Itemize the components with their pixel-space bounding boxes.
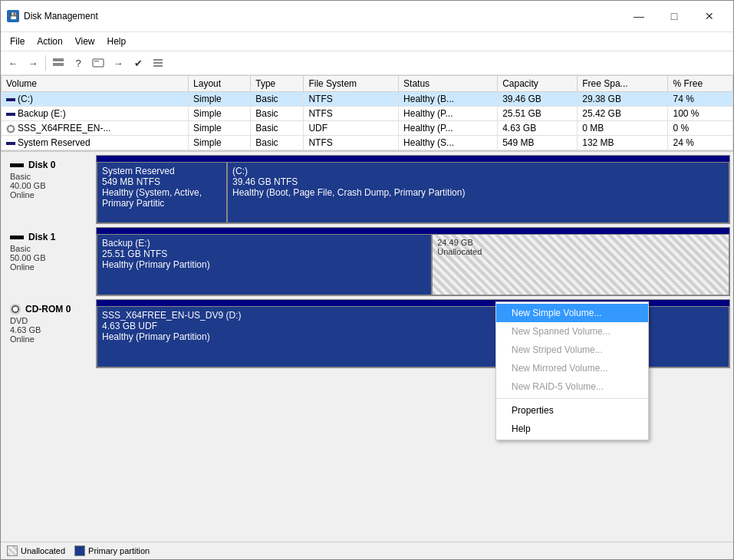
disk-0-partitions: System Reserved 549 MB NTFS Healthy (Sys… [96,155,730,224]
cell-pct: 24 % [668,136,733,150]
ctx-new-striped-volume[interactable]: New Striped Volume... [496,341,648,359]
maximize-button[interactable]: □ [657,5,692,27]
toolbar: ← → ? → ✔ [1,51,733,75]
ctx-new-mirrored-volume[interactable]: New Mirrored Volume... [496,359,648,377]
table-row[interactable]: Backup (E:) Simple Basic NTFS Healthy (P… [2,107,733,121]
disk-1-parts-row: Backup (E:) 25.51 GB NTFS Healthy (Prima… [97,234,729,295]
disk-0-row: Disk 0 Basic 40.00 GB Online System Rese… [4,155,730,224]
cell-capacity: 4.63 GB [498,121,578,136]
table-row[interactable]: SSS_X64FREE_EN-... Simple Basic UDF Heal… [2,121,733,136]
disk-0-type: Basic [10,172,90,181]
cell-free: 0 MB [578,121,668,136]
cell-status: Healthy (B... [399,92,498,107]
disk-1-type: Basic [10,244,90,253]
cell-layout: Simple [189,121,251,136]
cell-status: Healthy (P... [399,121,498,136]
menu-help[interactable]: Help [101,34,133,49]
toolbar-disk[interactable] [89,54,107,72]
cell-type: Basic [251,92,304,107]
legend-unallocated: Unallocated [7,545,65,556]
disk-map[interactable]: Disk 0 Basic 40.00 GB Online System Rese… [1,152,733,542]
title-bar-left: 💾 Disk Management [7,10,98,22]
backup-partition[interactable]: Backup (E:) 25.51 GB NTFS Healthy (Prima… [97,234,432,295]
cell-free: 132 MB [578,136,668,150]
ctx-new-raid5-volume[interactable]: New RAID-5 Volume... [496,377,648,396]
toolbar-help[interactable]: ? [69,54,87,72]
disk-table: Volume Layout Type File System Status Ca… [1,75,733,150]
partition-name: Backup (E:) [102,238,426,249]
system-reserved-partition[interactable]: System Reserved 549 MB NTFS Healthy (Sys… [97,162,227,223]
svg-rect-0 [53,58,64,61]
cell-layout: Simple [189,107,251,121]
disk-0-status: Online [10,190,90,199]
window-title: Disk Management [24,11,98,21]
col-type: Type [251,76,304,92]
disk-1-name: Disk 1 [28,232,55,242]
legend: Unallocated Primary partition [1,542,733,559]
cell-fs: NTFS [304,92,399,107]
menu-bar: File Action View Help [1,32,733,51]
toolbar-back[interactable]: ← [4,54,22,72]
toolbar-list[interactable] [149,54,167,72]
cell-volume: (C:) [2,92,189,107]
col-layout: Layout [189,76,251,92]
ctx-properties[interactable]: Properties [496,401,648,420]
disk-0-size: 40.00 GB [10,181,90,190]
cell-volume: SSS_X64FREE_EN-... [2,121,189,136]
ctx-new-simple-volume[interactable]: New Simple Volume... [496,304,648,322]
cell-pct: 100 % [668,107,733,121]
table-header-row: Volume Layout Type File System Status Ca… [2,76,733,92]
toolbar-forward[interactable]: → [24,54,42,72]
toolbar-check[interactable]: ✔ [129,54,147,72]
cell-free: 29.38 GB [578,92,668,107]
cell-pct: 74 % [668,92,733,107]
col-fs: File System [304,76,399,92]
cdrom-0-name: CD-ROM 0 [25,304,71,315]
unallocated-partition[interactable]: 24.49 GB Unallocated [432,234,729,295]
disk-1-size: 50.00 GB [10,253,90,262]
toolbar-volumes[interactable] [49,54,67,72]
legend-unalloc-box [7,545,18,556]
cell-type: Basic [251,121,304,136]
close-button[interactable]: ✕ [692,5,727,27]
disk-0-name: Disk 0 [28,160,55,170]
context-menu: New Simple Volume... New Spanned Volume.… [495,301,649,440]
menu-view[interactable]: View [69,34,101,49]
title-bar: 💾 Disk Management — □ ✕ [1,1,733,32]
disk-0-label: Disk 0 Basic 40.00 GB Online [4,155,96,224]
table-row[interactable]: System Reserved Simple Basic NTFS Health… [2,136,733,150]
cell-fs: NTFS [304,107,399,121]
menu-action[interactable]: Action [31,34,68,49]
disk-1-partitions: Backup (E:) 25.51 GB NTFS Healthy (Prima… [96,227,730,296]
disk-1-row: Disk 1 Basic 50.00 GB Online Backup (E:)… [4,227,730,296]
svg-rect-1 [53,63,64,66]
cell-capacity: 39.46 GB [498,92,578,107]
partition-health: Healthy (Primary Partition) [102,259,426,270]
cell-volume: Backup (E:) [2,107,189,121]
svg-rect-6 [153,65,163,67]
cell-status: Healthy (S... [399,136,498,150]
ctx-help[interactable]: Help [496,420,648,438]
cell-fs: NTFS [304,136,399,150]
ctx-new-spanned-volume[interactable]: New Spanned Volume... [496,322,648,341]
cell-type: Basic [251,107,304,121]
svg-rect-4 [153,59,163,61]
title-controls: — □ ✕ [621,5,727,27]
partition-info: 39.46 GB NTFS [232,176,724,187]
menu-file[interactable]: File [4,34,31,49]
col-pct: % Free [668,76,733,92]
cell-layout: Simple [189,136,251,150]
minimize-button[interactable]: — [621,5,657,27]
col-free: Free Spa... [578,76,668,92]
ctx-separator [496,398,648,399]
legend-primary: Primary partition [74,545,150,556]
unallocated-size: 24.49 GB [437,238,724,247]
svg-rect-5 [153,62,163,64]
cell-layout: Simple [189,92,251,107]
cdrom-0-status: Online [10,334,90,344]
col-capacity: Capacity [498,76,578,92]
table-area: Volume Layout Type File System Status Ca… [1,75,733,152]
c-drive-partition[interactable]: (C:) 39.46 GB NTFS Healthy (Boot, Page F… [227,162,729,223]
toolbar-arrow[interactable]: → [109,54,127,72]
table-row[interactable]: (C:) Simple Basic NTFS Healthy (B... 39.… [2,92,733,107]
